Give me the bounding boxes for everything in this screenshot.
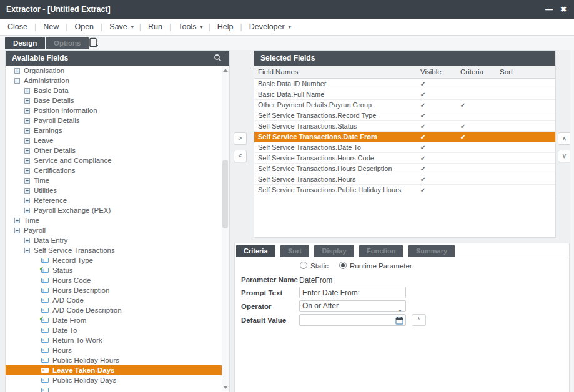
- runtime-parameter-radio[interactable]: [339, 262, 347, 269]
- tree-item[interactable]: Return To Work: [6, 335, 222, 345]
- table-row[interactable]: Self Service Transactions.Date To ✔: [254, 142, 555, 153]
- tree-item[interactable]: Payroll Exchange (PEX): [6, 205, 222, 215]
- calendar-icon[interactable]: [395, 316, 403, 328]
- tree-item[interactable]: Record Type: [6, 255, 222, 265]
- tree-item[interactable]: Time: [6, 175, 222, 185]
- static-radio-label[interactable]: Static: [310, 262, 329, 270]
- tree-item[interactable]: Leave Taken-Days: [6, 365, 222, 375]
- close-button[interactable]: ✖: [560, 4, 567, 14]
- criteria-tab[interactable]: Sort: [280, 245, 309, 257]
- column-visible[interactable]: Visible: [417, 68, 457, 76]
- column-criteria[interactable]: Criteria: [457, 68, 496, 76]
- runtime-parameter-label[interactable]: Runtime Parameter: [350, 262, 412, 270]
- tree-item[interactable]: A/D Code Description: [6, 305, 222, 315]
- tab-design[interactable]: Design: [5, 37, 45, 49]
- parameter-options-button[interactable]: *: [412, 314, 426, 326]
- tree-item[interactable]: Public Holiday Days: [6, 375, 222, 385]
- menu-item[interactable]: Save ▾: [108, 22, 147, 31]
- new-page-icon[interactable]: [89, 37, 99, 48]
- tree-item[interactable]: Self Service Transactions: [6, 245, 222, 255]
- tree-item[interactable]: Utilities: [6, 185, 222, 195]
- tree-item[interactable]: Data Entry: [6, 235, 222, 245]
- tab-options[interactable]: Options: [46, 37, 89, 49]
- operator-select[interactable]: On or After ▼: [299, 300, 406, 312]
- menu-item[interactable]: Run: [147, 22, 177, 31]
- table-row[interactable]: Self Service Transactions.Status ✔ ✔: [254, 121, 555, 132]
- visible-check[interactable]: ✔: [417, 112, 457, 119]
- tree-item[interactable]: Service and Compliance: [6, 155, 222, 165]
- menu-item[interactable]: Developer ▾: [248, 22, 302, 31]
- visible-check[interactable]: ✔: [417, 91, 457, 98]
- tree-item[interactable]: Basic Data: [6, 86, 222, 96]
- tree-item[interactable]: Hours Description: [6, 285, 222, 295]
- tree-scrollbar[interactable]: [222, 66, 229, 391]
- tree-item[interactable]: Administration: [6, 76, 222, 86]
- criteria-tab[interactable]: Display: [314, 245, 354, 257]
- visible-check[interactable]: ✔: [417, 102, 457, 109]
- criteria-tab[interactable]: Function: [359, 245, 403, 257]
- column-sort[interactable]: Sort: [496, 68, 555, 76]
- visible-check[interactable]: ✔: [417, 176, 457, 183]
- tree-item[interactable]: Payroll: [6, 225, 222, 235]
- table-row[interactable]: Basic Data.ID Number ✔: [254, 79, 555, 89]
- table-row[interactable]: Basic Data.Full Name ✔: [254, 89, 555, 100]
- tree-item[interactable]: Other Details: [6, 145, 222, 155]
- menu-item[interactable]: Close: [6, 22, 42, 31]
- tree-item[interactable]: Payroll Details: [6, 115, 222, 125]
- tree-item[interactable]: [6, 385, 222, 392]
- table-row[interactable]: Self Service Transactions.Hours Code ✔: [254, 153, 555, 164]
- tree-item[interactable]: Public Holiday Hours: [6, 355, 222, 365]
- scroll-up-icon[interactable]: [223, 69, 228, 72]
- visible-check[interactable]: ✔: [417, 81, 457, 87]
- window-scrollbar[interactable]: [570, 50, 574, 392]
- table-row[interactable]: Other Payment Details.Payrun Group ✔ ✔: [254, 100, 555, 110]
- tree-item[interactable]: Earnings: [6, 125, 222, 135]
- move-down-button[interactable]: ∨: [558, 150, 571, 162]
- tree-item[interactable]: Base Details: [6, 96, 222, 105]
- criteria-check[interactable]: ✔: [457, 123, 496, 130]
- tree-item[interactable]: Time: [6, 215, 222, 225]
- column-field-names[interactable]: Field Names: [254, 68, 417, 76]
- add-field-button[interactable]: >: [234, 132, 247, 145]
- visible-check[interactable]: ✔: [417, 144, 457, 151]
- tree-item[interactable]: Hours: [6, 345, 222, 355]
- menu-item[interactable]: Tools ▾: [177, 22, 215, 31]
- scrollbar-thumb[interactable]: [222, 160, 228, 228]
- default-value-input[interactable]: [299, 314, 406, 326]
- minimize-button[interactable]: —: [545, 4, 553, 14]
- tree-item[interactable]: Organisation: [6, 66, 222, 76]
- table-row[interactable]: Self Service Transactions.Hours ✔: [254, 174, 555, 185]
- criteria-check[interactable]: ✔: [457, 102, 496, 109]
- tree-item[interactable]: Certifications: [6, 165, 222, 175]
- search-icon[interactable]: [214, 54, 222, 64]
- table-row[interactable]: Self Service Transactions.Public Holiday…: [254, 185, 555, 195]
- visible-check[interactable]: ✔: [417, 165, 457, 172]
- static-radio[interactable]: [300, 262, 307, 269]
- tree-item[interactable]: Date From: [6, 315, 222, 325]
- tree-item[interactable]: A/D Code: [6, 295, 222, 305]
- table-row[interactable]: Self Service Transactions.Date From ✔ ✔: [254, 132, 555, 142]
- table-row[interactable]: Self Service Transactions.Hours Descript…: [254, 164, 555, 174]
- remove-field-button[interactable]: <: [234, 150, 247, 162]
- menu-item[interactable]: Open: [73, 22, 108, 31]
- tree-item[interactable]: Status: [6, 265, 222, 275]
- visible-check[interactable]: ✔: [417, 123, 457, 130]
- table-row[interactable]: Self Service Transactions.Record Type ✔: [254, 110, 555, 121]
- tree-item[interactable]: Date To: [6, 325, 222, 335]
- menu-item[interactable]: Help: [216, 22, 248, 31]
- criteria-tab[interactable]: Summary: [408, 245, 455, 257]
- selected-fields-header: Selected Fields: [254, 51, 555, 66]
- tree-item[interactable]: Reference: [6, 195, 222, 205]
- visible-check[interactable]: ✔: [417, 155, 457, 162]
- criteria-tab[interactable]: Criteria: [236, 245, 275, 257]
- move-up-button[interactable]: ∧: [558, 132, 571, 145]
- criteria-check[interactable]: ✔: [457, 134, 496, 140]
- tree-item[interactable]: Position Information: [6, 105, 222, 115]
- tree-item[interactable]: Hours Code: [6, 275, 222, 285]
- visible-check[interactable]: ✔: [417, 187, 457, 194]
- prompt-text-input[interactable]: [299, 287, 406, 298]
- scroll-down-icon[interactable]: [223, 386, 228, 389]
- menu-item[interactable]: New: [42, 22, 73, 31]
- tree-item[interactable]: Leave: [6, 135, 222, 145]
- visible-check[interactable]: ✔: [417, 134, 457, 140]
